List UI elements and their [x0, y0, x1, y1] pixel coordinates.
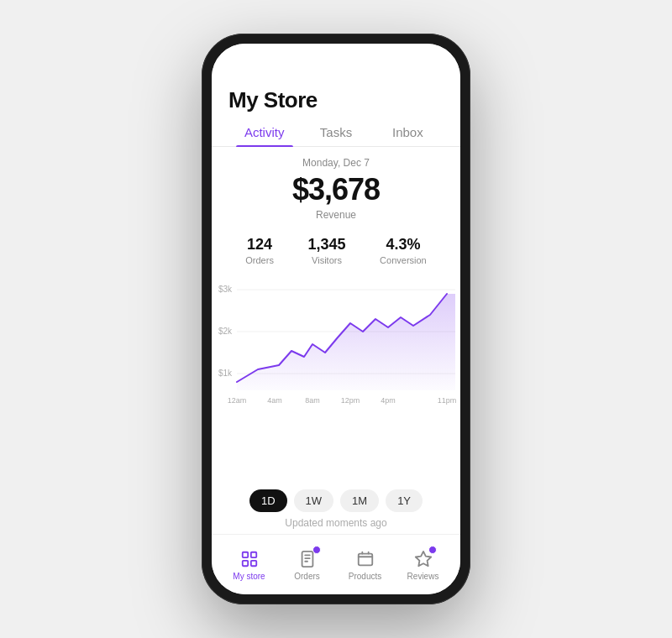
app-title: My Store	[228, 87, 444, 113]
reviews-badge	[428, 546, 437, 554]
svg-rect-13	[250, 552, 255, 557]
metric-orders: 124 Orders	[245, 236, 274, 265]
revenue-label: Revenue	[228, 209, 444, 221]
svg-text:12am: 12am	[228, 396, 247, 405]
tab-inbox[interactable]: Inbox	[372, 118, 444, 146]
svg-text:8am: 8am	[305, 396, 320, 405]
app-content: My Store Activity Tasks Inbox Monday, De…	[212, 81, 460, 594]
svg-text:4am: 4am	[267, 396, 282, 405]
svg-text:11pm: 11pm	[438, 396, 457, 405]
range-1y[interactable]: 1Y	[386, 489, 423, 512]
bottom-nav: My store Orders	[212, 534, 460, 594]
date-label: Monday, Dec 7	[228, 157, 444, 169]
revenue-amount: $3,678	[228, 172, 444, 207]
reviews-icon	[413, 549, 433, 569]
products-nav-label: Products	[349, 572, 381, 581]
chart-svg: $3k $2k $1k	[212, 277, 460, 411]
visitors-label: Visitors	[307, 255, 345, 265]
svg-text:$1k: $1k	[218, 369, 233, 378]
stats-area: Monday, Dec 7 $3,678 Revenue	[212, 147, 460, 227]
metric-conversion: 4.3% Conversion	[380, 236, 427, 265]
metrics-row: 124 Orders 1,345 Visitors 4.3% Conversio…	[212, 227, 460, 274]
tab-activity[interactable]: Activity	[228, 118, 300, 146]
range-1w[interactable]: 1W	[294, 489, 334, 512]
chart-container: $3k $2k $1k	[212, 274, 460, 481]
orders-value: 124	[245, 236, 274, 254]
svg-text:4pm: 4pm	[381, 396, 396, 405]
orders-label: Orders	[245, 255, 274, 265]
app-header: My Store	[212, 81, 460, 113]
time-range: 1D 1W 1M 1Y	[212, 481, 460, 517]
svg-text:$3k: $3k	[218, 285, 233, 294]
update-label: Updated moments ago	[212, 517, 460, 534]
status-bar	[212, 44, 460, 81]
tab-bar: Activity Tasks Inbox	[212, 118, 460, 147]
reviews-nav-label: Reviews	[407, 572, 439, 581]
metric-visitors: 1,345 Visitors	[307, 236, 345, 265]
phone-frame: My Store Activity Tasks Inbox Monday, De…	[202, 34, 470, 604]
svg-text:12pm: 12pm	[341, 396, 360, 405]
conversion-value: 4.3%	[380, 236, 427, 254]
nav-products[interactable]: Products	[344, 549, 386, 581]
orders-icon	[297, 549, 318, 569]
visitors-value: 1,345	[307, 236, 345, 254]
orders-nav-label: Orders	[294, 572, 320, 581]
svg-rect-15	[250, 560, 255, 565]
svg-rect-20	[358, 553, 372, 565]
products-icon	[355, 549, 375, 569]
svg-text:$2k: $2k	[218, 327, 233, 336]
conversion-label: Conversion	[380, 255, 427, 265]
svg-rect-14	[242, 560, 247, 565]
orders-badge	[312, 546, 321, 554]
chart-fill	[237, 294, 455, 390]
range-1m[interactable]: 1M	[340, 489, 379, 512]
tab-tasks[interactable]: Tasks	[300, 118, 371, 146]
nav-orders[interactable]: Orders	[286, 549, 328, 581]
svg-rect-12	[242, 552, 247, 557]
svg-marker-24	[415, 551, 430, 565]
nav-reviews[interactable]: Reviews	[402, 549, 444, 581]
my-store-label: My store	[233, 572, 265, 581]
nav-my-store[interactable]: My store	[228, 549, 270, 581]
phone-screen: My Store Activity Tasks Inbox Monday, De…	[212, 44, 460, 594]
my-store-icon	[239, 549, 260, 569]
range-1d[interactable]: 1D	[249, 489, 287, 512]
